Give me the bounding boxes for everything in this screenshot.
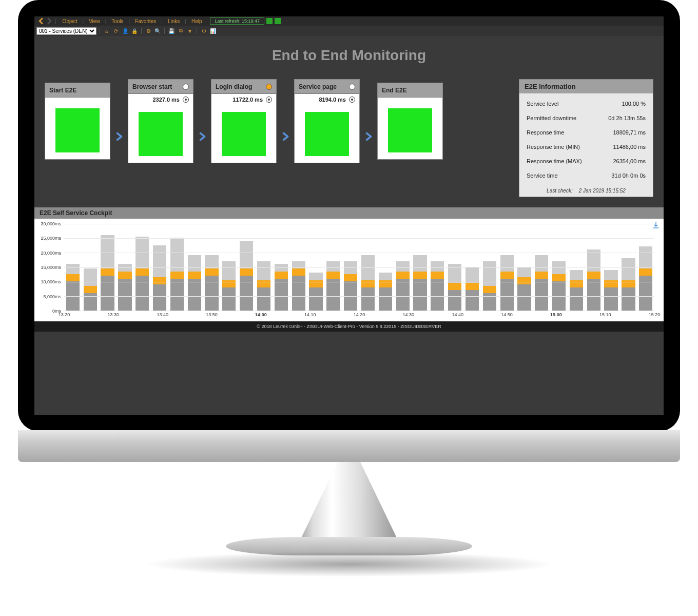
bar-column [585,249,603,311]
lock-icon[interactable]: 🔒 [131,27,138,34]
step-label: Service page [299,83,337,90]
bar-column [82,268,99,311]
x-tick-label: 14:40 [452,312,463,317]
bar-column [116,264,133,311]
settings-icon[interactable]: ⚙ [200,27,207,34]
info-value: 18809,71 ms [613,129,646,136]
flow-step[interactable]: Service page8194.0 ms [294,79,360,163]
status-ok-box [222,112,266,156]
x-tick-label: 14:50 [501,312,513,317]
filter-icon[interactable]: ▼ [186,27,193,34]
info-last-check: Last check: 2 Jan 2019 15:15:52 [519,186,653,197]
menubar: | Object|View|Tools|Favorites|Links|Help… [34,16,664,26]
eye-icon[interactable] [349,97,355,103]
info-value: 31d 0h 0m 0s [611,172,646,179]
info-row: Response time18809,71 ms [519,125,653,140]
step-metric: 8194.0 ms [319,97,346,103]
user-icon[interactable]: 👤 [122,27,129,34]
bar-column [620,258,637,311]
main-panel: End to End Monitoring Start E2EBrowser s… [34,36,664,415]
eye-icon[interactable] [183,97,189,103]
y-tick-label: 10,000ms [34,279,61,284]
flow-arrow-icon [280,131,291,142]
flow-steps: Start E2EBrowser start2327.0 msLogin dia… [45,79,443,163]
menu-favorites[interactable]: Favorites [131,18,160,24]
bar-column [377,273,394,311]
status-ok-box [305,112,349,156]
eye-icon[interactable] [266,97,272,103]
y-tick-label: 20,000ms [34,251,61,256]
info-row: Service level100,00 % [519,97,653,111]
info-value: 11486,00 ms [613,144,646,150]
status-ok-box [55,108,100,152]
y-tick-label: 25,000ms [34,236,61,241]
info-key: Service level [527,101,558,107]
bar-column [412,255,429,311]
flow-arrow-icon [113,131,125,142]
chart-section: E2E Self Service Cockpit 0ms5,000ms10,00… [34,207,664,321]
bar-column [568,270,585,311]
monitor-neck [293,462,405,544]
bar-column [99,235,117,311]
nav-forward-icon[interactable] [46,17,53,25]
bar-column [533,255,550,311]
bar-column [133,237,151,311]
bar-column [342,261,359,311]
home-icon[interactable]: ⌂ [103,27,110,34]
chart-icon[interactable]: 📊 [209,27,217,34]
search-icon[interactable]: 🔍 [154,27,161,34]
save-icon[interactable]: 💾 [168,27,175,34]
step-metric: 11722.0 ms [232,97,263,103]
status-indicator-icon [349,84,355,90]
x-tick-label: 13:40 [157,312,168,317]
bar-column [394,261,412,311]
flow-step[interactable]: Login dialog11722.0 ms [211,79,277,163]
bar-column [220,261,238,311]
toolbar: 001 - Services (DEN) ⌂ ⟳ 👤 🔒 ⚙ 🔍 💾 ⧉ ▼ ⚙… [34,26,664,36]
copy-icon[interactable]: ⧉ [177,27,184,34]
bar-column [637,246,654,311]
bar-column [290,261,307,311]
x-tick-label: 13:30 [108,312,120,317]
info-key: Service time [527,172,558,179]
nav-back-icon[interactable] [37,17,45,25]
menu-links[interactable]: Links [164,18,184,24]
bar-column [516,267,533,311]
bar-column [324,261,342,311]
menu-view[interactable]: View [85,18,104,24]
step-label: Start E2E [49,87,76,94]
x-tick-label: 14:20 [354,312,365,317]
flow-step[interactable]: Browser start2327.0 ms [128,79,193,163]
info-key: Response time (MAX) [527,158,582,164]
bar-column [168,238,186,311]
monitor-shadow [144,551,554,577]
menu-help[interactable]: Help [187,18,206,24]
refresh-icon[interactable]: ⟳ [112,27,120,34]
x-tick-label: 13:20 [59,312,70,317]
info-row: Permitted downtime0d 2h 13m 55s [519,111,653,125]
y-tick-label: 30,000ms [34,221,61,226]
gear-icon[interactable]: ⚙ [145,27,152,34]
status-ok-box [388,108,432,152]
info-key: Response time [527,129,564,136]
bar-column [550,261,568,311]
service-selector[interactable]: 001 - Services (DEN) [36,27,96,35]
status-indicator-icon [183,84,189,90]
info-header: E2E Information [519,80,653,93]
flow-step[interactable]: End E2E [377,83,443,160]
flow-arrow-icon [363,131,374,142]
flow-arrow-icon [197,131,208,142]
footer-text: © 2018 LeuTek GmbH - ZISGUI-Web-Client-P… [34,321,664,332]
info-key: Permitted downtime [527,115,576,121]
menu-tools[interactable]: Tools [107,18,127,24]
x-tick-label: 14:00 [255,312,267,317]
x-tick-label: 15:00 [550,312,562,317]
menu-object[interactable]: Object [59,18,82,24]
step-label: Login dialog [216,83,252,90]
info-value: 100,00 % [622,101,646,107]
bar-column [255,261,273,311]
flow-step[interactable]: Start E2E [45,83,110,160]
step-label: End E2E [382,87,407,94]
y-tick-label: 15,000ms [34,265,61,270]
bar-column [238,241,255,311]
